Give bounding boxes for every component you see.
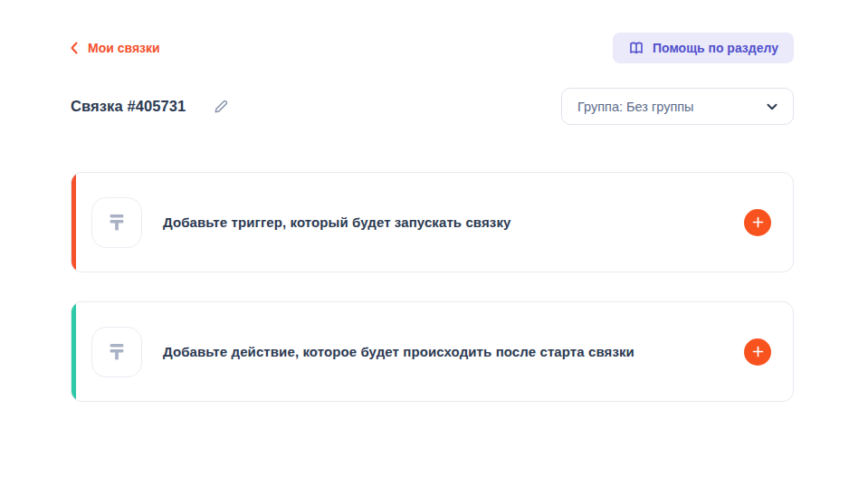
trigger-card: Добавьте триггер, который будет запускат… [71, 172, 794, 272]
edit-title-button[interactable] [213, 99, 228, 114]
page-title: Связка #405731 [71, 98, 186, 115]
top-bar: Мои связки Помощь по разделу [71, 33, 794, 63]
pencil-icon [213, 99, 228, 114]
group-dropdown-value: Группа: Без группы [577, 100, 694, 114]
chevron-down-icon [767, 103, 777, 110]
page-container: Мои связки Помощь по разделу Связка #405… [71, 33, 794, 402]
title-wrap: Связка #405731 [71, 98, 228, 115]
plus-icon [752, 216, 764, 228]
plus-icon [752, 346, 764, 357]
action-card-text: Добавьте действие, которое будет происхо… [163, 344, 730, 359]
action-accent-bar [72, 302, 76, 401]
group-dropdown[interactable]: Группа: Без группы [561, 88, 794, 125]
back-to-bundles-link[interactable]: Мои связки [71, 41, 160, 55]
action-card: Добавьте действие, которое будет происхо… [71, 301, 794, 402]
action-placeholder-icon [91, 327, 142, 377]
book-icon [628, 40, 644, 56]
title-bar: Связка #405731 Группа: Без группы [71, 88, 794, 125]
help-section-button[interactable]: Помощь по разделу [613, 33, 794, 63]
trigger-placeholder-icon [91, 197, 142, 248]
trigger-card-text: Добавьте триггер, который будет запускат… [163, 214, 730, 230]
add-action-button[interactable] [744, 338, 771, 366]
chevron-left-icon [71, 42, 78, 54]
help-button-label: Помощь по разделу [653, 41, 778, 55]
add-trigger-button[interactable] [744, 209, 771, 236]
trigger-accent-bar [72, 173, 76, 272]
back-link-label: Мои связки [88, 41, 160, 55]
